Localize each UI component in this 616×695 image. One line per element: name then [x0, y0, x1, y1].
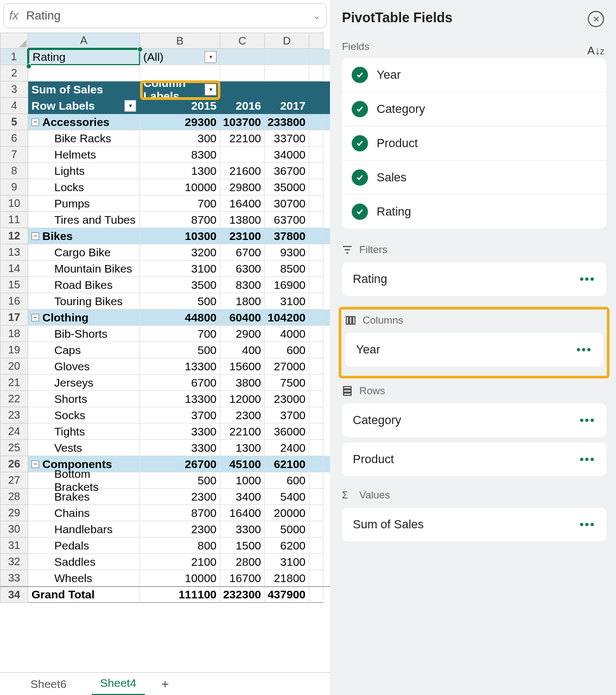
cell[interactable]: [309, 472, 323, 489]
cell[interactable]: 12000: [220, 391, 265, 407]
cell[interactable]: 1000: [220, 472, 265, 489]
cell[interactable]: 10000: [140, 570, 220, 586]
cell[interactable]: [220, 49, 265, 65]
add-sheet-button[interactable]: +: [161, 677, 169, 692]
cell[interactable]: [309, 114, 323, 130]
cell[interactable]: Lights: [28, 163, 140, 179]
chip-menu-button[interactable]: •••: [580, 413, 595, 427]
cell[interactable]: 13800: [220, 212, 265, 228]
cell[interactable]: 6700: [220, 244, 265, 261]
row-header[interactable]: 13: [0, 244, 28, 261]
row-header[interactable]: 7: [0, 147, 28, 163]
row-header[interactable]: 10: [0, 195, 28, 212]
sort-fields-button[interactable]: A↓Z: [587, 45, 604, 57]
cell[interactable]: 60400: [220, 309, 265, 326]
cell[interactable]: 2300: [140, 489, 220, 505]
cell[interactable]: [309, 147, 323, 163]
cell[interactable]: [309, 407, 323, 424]
cell[interactable]: Wheels: [28, 570, 140, 586]
row-header[interactable]: 17: [0, 309, 28, 326]
cell[interactable]: 600: [265, 472, 309, 489]
cell[interactable]: 8500: [265, 261, 309, 277]
cell[interactable]: [265, 65, 309, 81]
cell[interactable]: Rating: [28, 49, 140, 65]
row-header[interactable]: 20: [0, 358, 28, 375]
cell[interactable]: Row Labels▾: [28, 98, 140, 114]
cell[interactable]: Bib-Shorts: [28, 326, 140, 342]
col-header-B[interactable]: B: [140, 33, 220, 49]
cell[interactable]: [265, 81, 309, 98]
cell[interactable]: 16400: [220, 505, 265, 521]
row-header[interactable]: 18: [0, 326, 28, 342]
cell[interactable]: 36000: [265, 424, 309, 440]
cell[interactable]: 16700: [220, 570, 265, 586]
cell[interactable]: 700: [140, 326, 220, 342]
row-header[interactable]: 16: [0, 293, 28, 309]
cell[interactable]: 3300: [220, 521, 265, 538]
collapse-icon[interactable]: −: [31, 118, 39, 126]
cell[interactable]: [309, 228, 323, 244]
tab-sheet4[interactable]: Sheet4: [92, 672, 145, 695]
cell[interactable]: Helmets: [28, 147, 140, 163]
col-header-C[interactable]: C: [220, 33, 265, 49]
row-header[interactable]: 25: [0, 440, 28, 456]
row-header[interactable]: 15: [0, 277, 28, 293]
cell[interactable]: [309, 375, 323, 391]
cell[interactable]: Saddles: [28, 554, 140, 570]
columns-zone[interactable]: Columns Year•••: [345, 314, 603, 367]
cell[interactable]: [309, 521, 323, 538]
cell[interactable]: 27000: [265, 358, 309, 375]
field-item[interactable]: Year: [342, 58, 606, 92]
cell[interactable]: 3100: [140, 261, 220, 277]
cell[interactable]: 2015: [140, 98, 220, 114]
cell[interactable]: 10300: [140, 228, 220, 244]
cell[interactable]: [265, 49, 309, 65]
chip-menu-button[interactable]: •••: [580, 517, 595, 532]
cell[interactable]: 2017: [265, 98, 309, 114]
cell[interactable]: 437900: [265, 587, 309, 603]
cell[interactable]: 2300: [220, 407, 265, 424]
cell[interactable]: 4000: [265, 326, 309, 342]
cell[interactable]: 3300: [140, 440, 220, 456]
cell[interactable]: 8300: [140, 147, 220, 163]
cell[interactable]: 3300: [140, 424, 220, 440]
row-header[interactable]: 21: [0, 375, 28, 391]
selection-handle-left[interactable]: [26, 64, 31, 69]
cell[interactable]: 2400: [265, 440, 309, 456]
row-header[interactable]: 24: [0, 424, 28, 440]
select-all-corner[interactable]: [0, 33, 28, 49]
cell[interactable]: [309, 98, 323, 114]
row-header[interactable]: 34: [0, 587, 28, 603]
cell[interactable]: 103700: [220, 114, 265, 130]
cell[interactable]: 22100: [220, 424, 265, 440]
cell[interactable]: [220, 65, 265, 81]
cell[interactable]: [309, 130, 323, 147]
cell[interactable]: 5400: [265, 489, 309, 505]
rows-zone[interactable]: Rows Category•••Product•••: [342, 385, 606, 476]
cell[interactable]: (All)▾: [140, 49, 220, 65]
cell[interactable]: Shorts: [28, 391, 140, 407]
cell[interactable]: 1500: [220, 538, 265, 554]
cell[interactable]: Gloves: [28, 358, 140, 375]
cell[interactable]: Brakes: [28, 489, 140, 505]
cell[interactable]: Sum of Sales: [28, 81, 140, 98]
cell[interactable]: 16900: [265, 277, 309, 293]
cell[interactable]: 8700: [140, 212, 220, 228]
cell[interactable]: [309, 277, 323, 293]
cell[interactable]: [309, 261, 323, 277]
cell[interactable]: Cargo Bike: [28, 244, 140, 261]
dropdown-icon[interactable]: ▾: [124, 100, 136, 112]
cell[interactable]: [309, 163, 323, 179]
cell[interactable]: [220, 81, 265, 98]
cell[interactable]: 3800: [220, 375, 265, 391]
cell[interactable]: 500: [140, 472, 220, 489]
row-header[interactable]: 33: [0, 570, 28, 586]
cell[interactable]: [309, 554, 323, 570]
cell[interactable]: [309, 179, 323, 195]
cell[interactable]: Jerseys: [28, 375, 140, 391]
row-header[interactable]: 4: [0, 98, 28, 114]
cell[interactable]: Locks: [28, 179, 140, 195]
cell[interactable]: Handlebars: [28, 521, 140, 538]
cell[interactable]: 29300: [140, 114, 220, 130]
cell[interactable]: 6300: [220, 261, 265, 277]
